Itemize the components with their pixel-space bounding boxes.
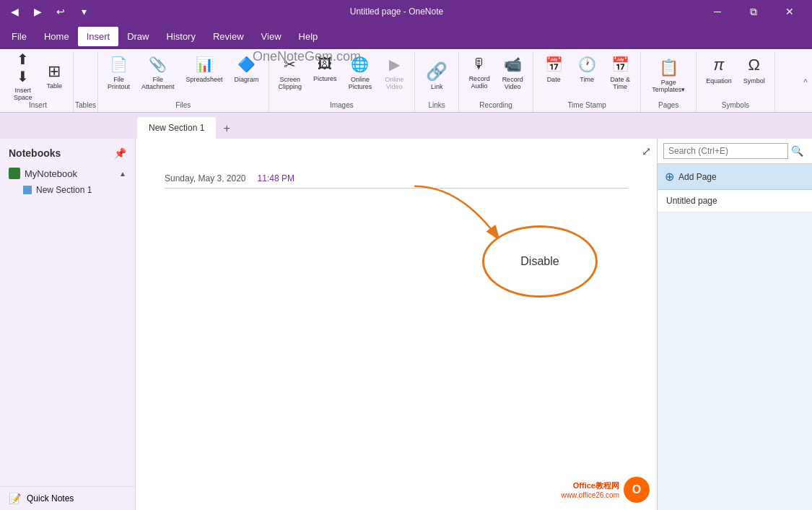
pictures-button[interactable]: 🖼 Pictures <box>308 52 342 100</box>
ribbon-group-links: 🔗 Link Links <box>415 52 459 112</box>
equation-button[interactable]: π Equation <box>701 52 737 100</box>
title-bar: ◀ ▶ ↩ ▾ Untitled page - OneNote ─ ⧉ ✕ <box>0 0 812 23</box>
diagram-icon: 🔷 <box>237 56 256 73</box>
file-printout-button[interactable]: 📄 FilePrintout <box>102 52 135 100</box>
symbol-button[interactable]: Ω Symbol <box>738 52 770 100</box>
images-group-label: Images <box>330 101 354 112</box>
spreadsheet-button[interactable]: 📊 Spreadsheet <box>181 52 228 100</box>
date-label: Date <box>547 76 561 83</box>
sidebar-header: Notebooks 📌 <box>0 139 135 165</box>
record-audio-icon: 🎙 <box>472 56 486 72</box>
menu-bar: File Home Insert Draw History Review Vie… <box>0 23 812 49</box>
date-time-icon: 📅 <box>611 56 629 73</box>
page-templates-label: PageTemplates▾ <box>652 79 685 93</box>
section-tab-1[interactable]: New Section 1 <box>137 117 216 139</box>
search-button[interactable]: 🔍 <box>788 144 806 158</box>
insert-space-button[interactable]: ⬆⬇ InsertSpace <box>7 52 39 100</box>
sidebar-title: Notebooks <box>9 147 61 159</box>
section-tabs: New Section 1 + <box>0 113 812 139</box>
screen-clipping-label: ScreenClipping <box>279 76 302 90</box>
menu-home[interactable]: Home <box>35 27 78 46</box>
link-label: Link <box>431 83 443 90</box>
page-templates-button[interactable]: 📋 PageTemplates▾ <box>645 52 691 100</box>
page-templates-icon: 📋 <box>659 59 678 77</box>
date-button[interactable]: 📅 Date <box>538 52 569 100</box>
table-label: Table <box>47 82 63 90</box>
ribbon-symbols-buttons: π Equation Ω Symbol <box>701 52 770 101</box>
notebook-item[interactable]: MyNotebook ▲ <box>0 165 135 182</box>
page-list-item[interactable]: Untitled page <box>658 190 812 212</box>
add-page-button[interactable]: ⊕ Add Page <box>658 164 812 190</box>
date-time-label: Date &Time <box>610 76 630 90</box>
online-pictures-button[interactable]: 🌐 OnlinePictures <box>344 52 377 100</box>
forward-button[interactable]: ▶ <box>29 3 46 20</box>
menu-help[interactable]: Help <box>290 27 327 46</box>
ribbon-insert-buttons: ⬆⬇ InsertSpace ⊞ Table <box>7 52 69 101</box>
minimize-button[interactable]: ─ <box>701 0 734 23</box>
spreadsheet-icon: 📊 <box>196 56 214 73</box>
section-icon <box>23 186 32 194</box>
record-audio-button[interactable]: 🎙 RecordAudio <box>463 52 495 100</box>
time-button[interactable]: 🕐 Time <box>571 52 603 100</box>
pictures-label: Pictures <box>313 75 337 82</box>
menu-draw[interactable]: Draw <box>118 27 157 46</box>
insert-space-label: InsertSpace <box>14 87 32 101</box>
disable-bubble: Disable <box>482 225 598 298</box>
file-attachment-icon: 📎 <box>149 56 167 73</box>
page-content[interactable]: ⤢ Sunday, May 3, 2020 11:48 PM Disable O… <box>136 139 657 510</box>
ribbon-group-insert: ⬆⬇ InsertSpace ⊞ Table Insert <box>3 52 74 112</box>
ribbon-images-buttons: ✂ ScreenClipping 🖼 Pictures 🌐 OnlinePict… <box>274 52 411 101</box>
table-button[interactable]: ⊞ Table <box>40 52 69 100</box>
ribbon-group-pages: 📋 PageTemplates▾ Pages <box>641 52 697 112</box>
add-section-button[interactable]: + <box>217 118 235 139</box>
file-attachment-button[interactable]: 📎 FileAttachment <box>136 52 180 100</box>
disable-text: Disable <box>520 255 559 268</box>
add-page-label: Add Page <box>678 172 717 182</box>
online-video-button[interactable]: ▶ OnlineVideo <box>378 52 410 100</box>
online-video-icon: ▶ <box>389 56 400 73</box>
menu-insert[interactable]: Insert <box>78 27 119 46</box>
pin-icon[interactable]: 📌 <box>114 147 126 159</box>
file-printout-label: FilePrintout <box>108 76 130 90</box>
section-item[interactable]: New Section 1 <box>0 182 135 198</box>
restore-button[interactable]: ⧉ <box>737 0 770 23</box>
close-button[interactable]: ✕ <box>773 0 806 23</box>
time-label: Time <box>580 76 594 83</box>
expand-page-button[interactable]: ⤢ <box>642 144 651 158</box>
menu-review[interactable]: Review <box>204 27 253 46</box>
more-button[interactable]: ▾ <box>75 3 92 20</box>
insert-group-label: Insert <box>29 101 47 112</box>
section-label: New Section 1 <box>36 185 92 195</box>
record-audio-label: RecordAudio <box>469 75 490 90</box>
ribbon-recording-buttons: 🎙 RecordAudio 📹 RecordVideo <box>463 52 528 101</box>
menu-file[interactable]: File <box>3 27 35 46</box>
pages-group-label: Pages <box>658 101 678 112</box>
back-button[interactable]: ◀ <box>6 3 23 20</box>
window-title: Untitled page - OneNote <box>92 7 701 17</box>
ribbon-timestamp-buttons: 📅 Date 🕐 Time 📅 Date &Time <box>538 52 636 101</box>
diagram-button[interactable]: 🔷 Diagram <box>230 52 264 100</box>
date-time-button[interactable]: 📅 Date &Time <box>604 52 636 100</box>
record-video-icon: 📹 <box>504 56 522 73</box>
link-button[interactable]: 🔗 Link <box>419 52 454 100</box>
symbol-label: Symbol <box>743 77 765 85</box>
insert-space-icon: ⬆⬇ <box>17 51 29 85</box>
notebook-icon <box>9 168 20 179</box>
ribbon-group-timestamp: 📅 Date 🕐 Time 📅 Date &Time Time Stamp <box>533 52 641 112</box>
screen-clipping-button[interactable]: ✂ ScreenClipping <box>274 52 307 100</box>
title-bar-controls: ◀ ▶ ↩ ▾ <box>6 3 92 20</box>
menu-history[interactable]: History <box>158 27 204 46</box>
quick-notes-item[interactable]: 📝 Quick Notes <box>0 486 135 510</box>
pictures-icon: 🖼 <box>318 56 332 72</box>
page-date-area: Sunday, May 3, 2020 11:48 PM <box>165 173 294 183</box>
search-input[interactable] <box>663 143 788 159</box>
file-printout-icon: 📄 <box>110 56 128 73</box>
record-video-button[interactable]: 📹 RecordVideo <box>497 52 528 100</box>
symbol-icon: Ω <box>748 56 759 74</box>
menu-view[interactable]: View <box>253 27 290 46</box>
notebook-label: MyNotebook <box>25 168 77 179</box>
undo-button[interactable]: ↩ <box>52 3 69 20</box>
ribbon-collapse-button[interactable]: ^ <box>802 52 809 112</box>
ribbon-group-images: ✂ ScreenClipping 🖼 Pictures 🌐 OnlinePict… <box>269 52 416 112</box>
ribbon-links-buttons: 🔗 Link <box>419 52 454 101</box>
